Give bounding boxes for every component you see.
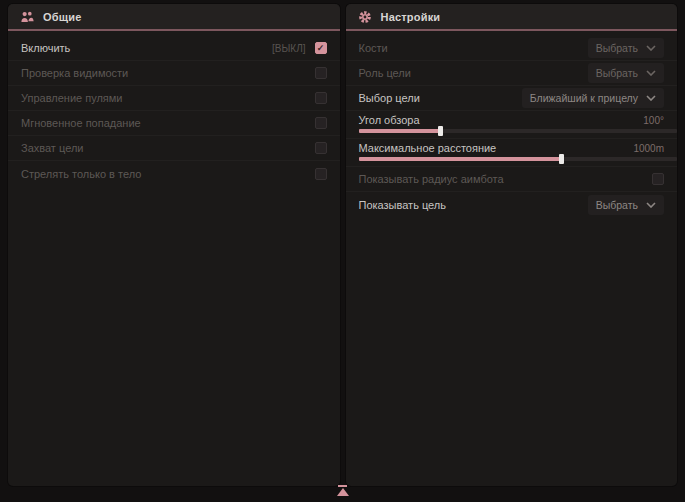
checkbox[interactable] [315, 168, 327, 180]
setting-label: Показывать радиус аимбота [359, 173, 653, 185]
setting-row: Кости Выбрать [346, 36, 678, 61]
panel-general-header: Общие [8, 4, 340, 31]
setting-label: Выбор цели [359, 92, 522, 104]
checkbox[interactable] [315, 92, 327, 104]
dropdown-value: Выбрать [596, 67, 638, 79]
slider-value: 100° [643, 115, 664, 126]
setting-row: Мгновенное попадание [8, 111, 340, 136]
setting-label: Включить [21, 42, 272, 54]
setting-label: Стрелять только в тело [21, 168, 315, 180]
setting-row: Роль цели Выбрать [346, 61, 678, 86]
scroll-up-indicator[interactable] [337, 485, 349, 496]
setting-row: Включить [ВЫКЛ] [8, 36, 340, 61]
panel-general: Общие Включить [ВЫКЛ] Проверка видимости… [8, 4, 340, 486]
panel-general-body: Включить [ВЫКЛ] Проверка видимости Управ… [8, 31, 340, 186]
panel-settings-body: Кости Выбрать Роль цели Выбрать Выбор це… [346, 31, 678, 217]
setting-label: Захват цели [21, 142, 315, 154]
setting-row: Выбор цели Ближайший к прицелу [346, 86, 678, 111]
panel-settings-header: Настройки [346, 4, 678, 31]
users-icon [20, 10, 34, 24]
chevron-down-icon [646, 202, 656, 208]
panel-settings: Настройки Кости Выбрать Роль цели Выбрат… [346, 4, 678, 486]
setting-label: Проверка видимости [21, 67, 315, 79]
dropdown[interactable]: Ближайший к прицелу [522, 88, 664, 108]
chevron-down-icon [646, 95, 656, 101]
dropdown[interactable]: Выбрать [588, 38, 664, 58]
panel-title: Настройки [381, 11, 441, 23]
slider-value: 1000m [633, 143, 664, 154]
setting-row: Угол обзора 100° [346, 111, 678, 139]
dropdown-value: Выбрать [596, 199, 638, 211]
dropdown[interactable]: Выбрать [588, 195, 664, 215]
slider-fill [359, 157, 563, 161]
panel-title: Общие [43, 11, 82, 23]
setting-label: Роль цели [359, 67, 588, 79]
scroll-indicator-bar [338, 485, 347, 487]
setting-row: Проверка видимости [8, 61, 340, 86]
setting-state-text: [ВЫКЛ] [272, 43, 305, 54]
setting-label: Мгновенное попадание [21, 117, 315, 129]
checkbox[interactable] [315, 142, 327, 154]
slider[interactable] [359, 157, 678, 161]
checkbox[interactable] [652, 173, 664, 185]
checkbox[interactable] [315, 117, 327, 129]
dropdown-value: Ближайший к прицелу [530, 92, 638, 104]
setting-label: Угол обзора [359, 114, 644, 126]
setting-row: Управление пулями [8, 86, 340, 111]
setting-row: Захват цели [8, 136, 340, 161]
gear-icon [358, 10, 372, 24]
slider-handle[interactable] [438, 126, 443, 136]
setting-label: Кости [359, 42, 588, 54]
setting-label: Управление пулями [21, 92, 315, 104]
dropdown[interactable]: Выбрать [588, 63, 664, 83]
setting-row: Максимальное расстояние 1000m [346, 139, 678, 167]
setting-label: Показывать цель [359, 199, 588, 211]
dropdown-value: Выбрать [596, 42, 638, 54]
setting-row: Стрелять только в тело [8, 161, 340, 186]
setting-row: Показывать радиус аимбота [346, 167, 678, 192]
up-arrow-icon [337, 488, 349, 496]
setting-row: Показывать цель Выбрать [346, 192, 678, 217]
setting-label: Максимальное расстояние [359, 142, 634, 154]
chevron-down-icon [646, 70, 656, 76]
panels-container: Общие Включить [ВЫКЛ] Проверка видимости… [0, 0, 685, 486]
slider-label-row: Максимальное расстояние 1000m [359, 142, 665, 154]
checkbox[interactable] [315, 67, 327, 79]
chevron-down-icon [646, 45, 656, 51]
slider-fill [359, 129, 442, 133]
slider-handle[interactable] [559, 154, 564, 164]
slider-label-row: Угол обзора 100° [359, 114, 665, 126]
checkbox[interactable] [315, 42, 327, 54]
slider[interactable] [359, 129, 678, 133]
